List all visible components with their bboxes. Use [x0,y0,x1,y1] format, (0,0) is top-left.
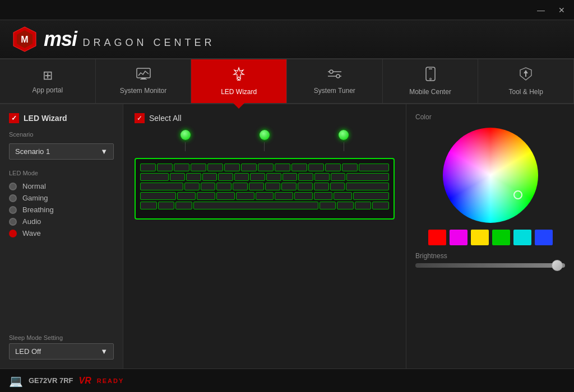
kb-key [191,164,206,171]
kb-key [197,192,215,200]
swatch-cyan[interactable] [513,230,531,245]
vr-r: R [85,376,91,385]
scenario-dropdown[interactable]: Scenario 1 ▼ [9,143,114,160]
kb-key [249,183,264,190]
kb-key [174,164,189,171]
brightness-label: Brightness [415,252,565,260]
green-dot-center [260,130,270,140]
swatch-red[interactable] [428,230,446,245]
select-all-checkbox[interactable]: ✓ [135,113,145,123]
led-mode-normal-label: Normal [22,182,46,190]
svg-text:M: M [21,35,28,44]
led-wizard-checkbox-row[interactable]: ✓ LED Wizard [9,113,114,123]
system-tuner-icon [327,68,342,83]
kb-key [202,173,217,181]
kb-key [346,173,389,181]
footer-vr-label: VR [78,376,91,386]
led-mode-gaming[interactable]: Gaming [9,194,114,202]
minimize-button[interactable]: — [533,4,549,16]
color-wheel-container[interactable] [443,128,538,223]
kb-key [346,183,389,190]
kb-key [320,202,336,209]
svg-rect-4 [141,78,146,79]
svg-point-10 [336,74,340,78]
kb-key [283,173,298,181]
swatch-yellow[interactable] [471,230,489,245]
vr-v: V [78,376,85,385]
radio-audio[interactable] [9,218,17,226]
close-button[interactable]: ✕ [554,4,570,16]
kb-key [334,192,352,200]
tab-app-portal-label: App portal [32,86,63,94]
led-mode-breathing[interactable]: Breathing [9,206,114,214]
kb-key [298,183,313,190]
footer: 💻 GE72VR 7RF VR READY [0,368,574,392]
led-mode-audio-label: Audio [22,217,41,226]
swatch-green[interactable] [492,230,510,245]
kb-key [275,164,290,171]
tab-system-tuner-label: System Tuner [314,87,355,95]
led-wizard-checkbox-label: LED Wizard [24,114,67,123]
kb-key [314,183,329,190]
brightness-slider-track[interactable] [415,263,565,268]
swatch-blue[interactable] [535,230,553,245]
radio-gaming[interactable] [9,194,17,202]
led-mode-normal[interactable]: Normal [9,182,114,190]
dragon-center-text: DRAGON CENTER [83,37,215,48]
tab-led-wizard[interactable]: LED Wizard [191,59,287,103]
footer-ready-label: READY [97,377,124,384]
kb-key [216,192,235,200]
green-dot-left [180,130,191,140]
scenario-dropdown-arrow: ▼ [100,147,108,156]
tool-help-icon [519,67,533,85]
led-mode-audio[interactable]: Audio [9,217,114,226]
tab-app-portal[interactable]: ⊞ App portal [0,59,96,103]
sleep-dropdown-arrow: ▼ [100,347,108,356]
color-wheel-cursor[interactable] [513,190,522,199]
swatch-magenta[interactable] [450,230,467,245]
radio-breathing[interactable] [9,206,17,214]
tab-system-monitor[interactable]: System Monitor [96,59,192,103]
kb-key [218,173,233,181]
dot-line-left [185,142,186,151]
kb-key [250,173,265,181]
kb-key [216,183,232,190]
brand-name: msi DRAGON CENTER [44,27,215,51]
kb-key [308,164,324,171]
kb-key [265,183,280,190]
title-bar: — ✕ [0,0,574,20]
radio-wave[interactable] [9,230,17,237]
kb-key [355,202,372,209]
kb-key [158,202,175,209]
laptop-icon: 💻 [9,374,23,388]
kb-key [325,164,341,171]
radio-normal[interactable] [9,183,17,190]
kb-key [337,202,354,209]
dot-line-right [344,142,344,151]
kb-row-2 [140,173,389,181]
dot-line-center [264,142,265,151]
green-dot-right [339,130,349,140]
tab-mobile-center-label: Mobile Center [409,88,451,96]
kb-key [298,173,313,181]
kb-key [256,192,274,200]
select-all-row: ✓ Select All [135,113,395,123]
kb-key [140,173,169,181]
brightness-section: Brightness [415,252,565,268]
sleep-dropdown[interactable]: LED Off ▼ [9,343,114,360]
kb-key [258,164,274,171]
dot-center [260,130,270,151]
kb-key [140,183,183,190]
tab-tool-help[interactable]: Tool & Help [478,59,574,103]
color-wheel[interactable] [443,128,538,223]
footer-model: GE72VR 7RF [29,376,73,385]
led-mode-wave[interactable]: Wave [9,229,114,237]
color-section-label: Color [415,113,432,121]
left-panel: ✓ LED Wizard Scenario Scenario 1 ▼ LED M… [0,104,123,368]
kb-key [207,164,223,171]
kb-key [175,202,192,209]
brightness-slider-thumb[interactable] [552,260,563,271]
tab-mobile-center[interactable]: Mobile Center [383,59,479,103]
tab-system-tuner[interactable]: System Tuner [287,59,383,103]
led-wizard-checkbox[interactable]: ✓ [9,113,19,123]
